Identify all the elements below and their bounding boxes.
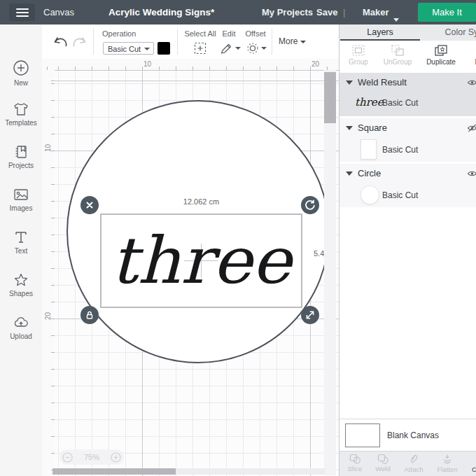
layer-name: Circle xyxy=(358,168,381,178)
canvas-label[interactable]: Canvas xyxy=(43,0,74,24)
projects-notebook-icon xyxy=(13,144,29,160)
caret-down-icon[interactable] xyxy=(261,47,267,50)
project-title: Acrylic Wedding Signs* xyxy=(108,0,214,24)
sidebar-item-templates[interactable]: Templates xyxy=(0,101,42,141)
more-menu-button[interactable]: More xyxy=(279,36,303,46)
horizontal-scrollbar-thumb[interactable] xyxy=(52,468,176,475)
fill-color-swatch[interactable] xyxy=(158,42,170,55)
canvas-area[interactable]: 10 20 10 20 three 12.062 cm 5.4 75% xyxy=(42,59,339,476)
select-all-button[interactable] xyxy=(194,42,206,55)
layer-operation: Basic Cut xyxy=(382,145,418,155)
blank-canvas-row[interactable]: Blank Canvas xyxy=(340,419,476,451)
sidebar-item-shapes[interactable]: Shapes xyxy=(0,272,42,312)
chevron-down-icon xyxy=(393,18,399,22)
sidebar-item-label: Projects xyxy=(0,162,42,169)
action-label: Group xyxy=(342,58,374,66)
operation-dropdown[interactable]: Basic Cut xyxy=(103,42,154,55)
edit-label: Edit xyxy=(218,29,239,38)
canvas-text[interactable]: three xyxy=(111,223,295,298)
selection-bounding-box[interactable]: three xyxy=(100,214,302,308)
redo-icon[interactable] xyxy=(72,36,88,50)
group-button[interactable]: Group xyxy=(342,43,374,71)
ruler-top: 10 20 xyxy=(42,59,339,71)
sidebar-item-upload[interactable]: Upload xyxy=(0,314,42,355)
images-photo-icon xyxy=(13,186,29,203)
layer-name: Weld Result xyxy=(358,77,407,88)
zoom-out-button[interactable] xyxy=(62,452,73,463)
group-icon xyxy=(352,45,365,56)
panel-bottom-actions: Slice Weld Attach Flatten Contour xyxy=(340,451,476,476)
make-it-button[interactable]: Make It xyxy=(418,3,476,22)
sidebar-item-projects[interactable]: Projects xyxy=(0,144,42,184)
undo-icon[interactable] xyxy=(52,36,68,50)
right-panel: Layers Color Sync Group UnGroup Duplicat… xyxy=(339,24,476,476)
sidebar-item-text[interactable]: Text xyxy=(0,229,42,270)
flatten-icon xyxy=(442,454,453,465)
ungroup-button[interactable]: UnGroup xyxy=(379,43,416,71)
rotate-icon xyxy=(303,198,317,212)
upload-cloud-icon xyxy=(13,314,29,331)
blank-canvas-swatch[interactable] xyxy=(345,424,380,447)
delete-handle[interactable] xyxy=(80,196,99,214)
slice-icon xyxy=(349,454,361,464)
selection-width-label: 12.062 cm xyxy=(100,197,302,206)
resize-icon xyxy=(303,308,317,322)
layer-thumbnail-text: three xyxy=(355,96,384,108)
sidebar-item-new[interactable]: New xyxy=(0,58,42,99)
delete-button[interactable]: Delete xyxy=(465,43,476,71)
contour-button[interactable]: Contour xyxy=(463,453,476,475)
tab-color-sync[interactable]: Color Sync xyxy=(421,24,476,41)
selection-height-label: 5.4 xyxy=(314,249,324,258)
toolbar-divider xyxy=(93,29,94,55)
sidebar-item-label: Shapes xyxy=(0,290,42,298)
tab-layers[interactable]: Layers xyxy=(340,24,421,41)
duplicate-button[interactable]: Duplicate xyxy=(421,43,461,71)
horizontal-scrollbar[interactable] xyxy=(52,468,325,475)
machine-select[interactable]: Maker xyxy=(363,0,399,24)
operation-label: Operation xyxy=(102,29,136,38)
weld-button[interactable]: Weld xyxy=(369,453,397,475)
visibility-eye-icon[interactable] xyxy=(467,78,476,87)
slice-button[interactable]: Slice xyxy=(341,453,369,475)
caret-down-icon[interactable] xyxy=(235,47,241,50)
vertical-scrollbar-thumb[interactable] xyxy=(324,72,336,123)
visibility-eye-icon[interactable] xyxy=(467,169,476,178)
left-sidebar: New Templates Projects Images Text Shape… xyxy=(0,24,43,476)
action-label: UnGroup xyxy=(379,58,416,66)
toolbar-divider xyxy=(177,29,178,55)
edit-toolbar: Operation Basic Cut Select All Edit Offs… xyxy=(42,24,339,59)
top-bar: Canvas Acrylic Wedding Signs* My Project… xyxy=(0,0,476,24)
zoom-in-button[interactable] xyxy=(111,452,121,463)
edit-button[interactable] xyxy=(219,42,233,55)
visibility-eye-off-icon[interactable] xyxy=(467,124,476,132)
ruler-tick-label: 10 xyxy=(44,142,52,155)
text-object-three[interactable]: three xyxy=(102,215,301,307)
select-all-label: Select All xyxy=(182,29,218,38)
blank-canvas-label: Blank Canvas xyxy=(387,430,439,440)
sidebar-item-label: New xyxy=(0,79,42,87)
sidebar-item-label: Templates xyxy=(0,119,42,127)
rotate-handle[interactable] xyxy=(301,196,319,214)
expand-arrow-icon[interactable] xyxy=(346,80,353,85)
resize-handle[interactable] xyxy=(301,306,319,324)
attach-paperclip-icon xyxy=(408,454,419,465)
sidebar-item-images[interactable]: Images xyxy=(0,186,42,227)
layer-group-weld-result[interactable]: Weld Result three Basic Cut xyxy=(340,73,476,118)
save-button[interactable]: Save xyxy=(316,0,337,24)
lock-handle[interactable] xyxy=(80,306,99,324)
my-projects-link[interactable]: My Projects xyxy=(262,0,313,24)
attach-button[interactable]: Attach xyxy=(398,453,429,475)
zoom-level: 75% xyxy=(84,453,99,461)
layer-group-circle[interactable]: Circle Basic Cut xyxy=(340,164,476,209)
offset-button[interactable] xyxy=(246,42,259,55)
toolbar-divider xyxy=(272,29,272,55)
action-label: Flatten xyxy=(430,465,464,473)
hamburger-menu-icon[interactable] xyxy=(9,4,35,21)
flatten-button[interactable]: Flatten xyxy=(430,453,464,475)
expand-arrow-icon[interactable] xyxy=(346,126,353,130)
vertical-scrollbar[interactable] xyxy=(324,70,336,475)
ruler-left: 10 20 xyxy=(42,70,55,476)
expand-arrow-icon[interactable] xyxy=(346,172,353,176)
layer-group-square[interactable]: Square Basic Cut xyxy=(340,118,476,163)
layer-thumbnail-square xyxy=(360,139,377,160)
